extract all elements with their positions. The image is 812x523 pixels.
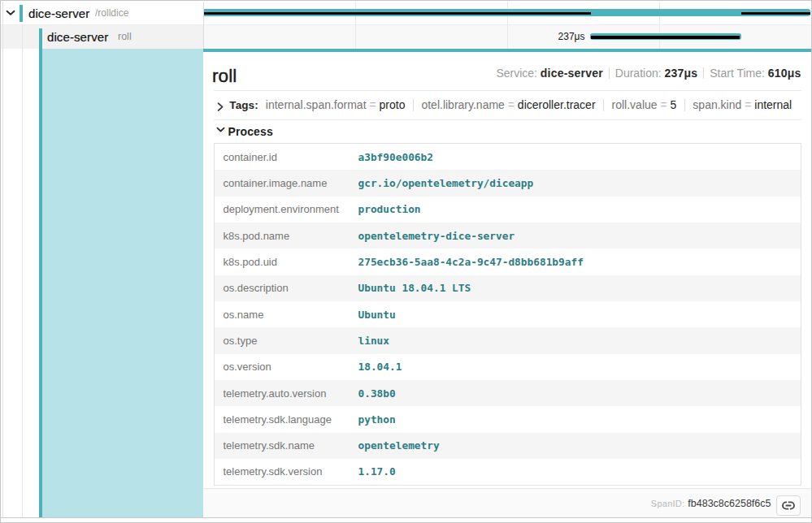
span-operation-name: /rolldice (95, 2, 128, 24)
process-accordion[interactable]: Process (214, 120, 801, 144)
span-row-roll[interactable]: dice-server roll 237μs (0, 25, 812, 48)
process-value: opentelemetry-dice-server (358, 223, 801, 249)
process-key: telemetry.auto.version (215, 380, 358, 406)
process-table-row: os.name Ubuntu (215, 301, 801, 327)
link-icon (782, 501, 795, 510)
span-duration-label: 237μs (558, 25, 585, 48)
process-key: k8s.pod.name (215, 223, 358, 249)
tag-item: roll.value = 5 (612, 98, 677, 111)
tag-equals: = (741, 98, 754, 111)
tag-value: 5 (671, 98, 677, 111)
detail-header: roll Service: dice-server Duration: 237μ… (214, 52, 801, 90)
process-key: os.version (215, 354, 358, 380)
tag-value: diceroller.tracer (518, 98, 596, 111)
process-table-row: os.version 18.04.1 (215, 354, 801, 380)
process-key: deployment.environment (215, 197, 358, 223)
span-service-name: dice-server (28, 2, 89, 24)
span-color-bar (20, 5, 23, 22)
jaeger-trace-timeline-view: dice-server /rolldice dice-server roll 2… (0, 0, 812, 523)
meta-label: Service: (496, 67, 540, 80)
copy-link-button[interactable] (776, 495, 801, 516)
tags-accordion[interactable]: Tags: internal.span.format = proto otel.… (214, 91, 801, 119)
tags-list: internal.span.format = proto otel.librar… (266, 98, 792, 111)
tag-equals: = (367, 98, 380, 111)
detail-operation-title: roll (212, 66, 237, 87)
indent-guide-root (2, 2, 3, 518)
tag-separator (603, 99, 604, 111)
meta-value: 237μs (664, 67, 697, 80)
process-key: telemetry.sdk.version (215, 459, 358, 485)
tag-value: internal (754, 98, 792, 111)
process-value: 275ecb36-5aa8-4c2a-9c47-d8bb681b9aff (358, 249, 801, 274)
tag-key: span.kind (693, 98, 741, 111)
meta-item: Duration: 237μs (615, 67, 697, 80)
tag-value: proto (380, 98, 406, 111)
process-value: 0.38b0 (358, 380, 801, 406)
tag-key: otel.library.name (421, 98, 504, 111)
tag-separator (684, 99, 685, 111)
process-key: container.image.name (215, 170, 358, 196)
process-value: python (358, 406, 801, 432)
process-key: telemetry.sdk.language (215, 406, 358, 432)
tag-separator (413, 99, 414, 111)
span-bar-rolldice[interactable] (204, 9, 810, 16)
process-value: production (358, 197, 801, 223)
process-value: opentelemetry (358, 433, 801, 459)
collapse-chevron-icon[interactable] (6, 8, 15, 18)
tag-item: span.kind = internal (693, 98, 792, 111)
tag-equals: = (505, 98, 518, 111)
process-value: linux (358, 327, 801, 353)
footer-content: SpanID: fb483c8c6258f6c5 (651, 489, 801, 517)
process-value: Ubuntu 18.04.1 LTS (358, 275, 801, 301)
process-key: k8s.pod.uid (215, 249, 358, 274)
critical-path-segment (591, 36, 740, 38)
process-table-row: os.description Ubuntu 18.04.1 LTS (215, 275, 801, 301)
process-table-row: deployment.environment production (215, 197, 801, 223)
process-table-row: k8s.pod.uid 275ecb36-5aa8-4c2a-9c47-d8bb… (215, 249, 801, 274)
meta-value: dice-server (541, 67, 603, 80)
span-row-rolldice[interactable]: dice-server /rolldice (0, 2, 812, 25)
detail-name-column-tint (42, 49, 203, 517)
tag-item: otel.library.name = diceroller.tracer (421, 98, 595, 111)
meta-label: Duration: (615, 67, 665, 80)
process-table-row: container.image.name gcr.io/opentelemetr… (215, 170, 801, 196)
span-detail-panel: roll Service: dice-server Duration: 237μ… (203, 49, 812, 517)
span-service-name: dice-server (47, 25, 108, 48)
tag-item: internal.span.format = proto (266, 98, 406, 111)
process-value: gcr.io/opentelemetry/diceapp (358, 170, 801, 196)
tag-key: internal.span.format (266, 98, 367, 111)
spanid-label: SpanID: (651, 499, 685, 508)
chevron-down-icon (216, 125, 225, 134)
process-value: 1.17.0 (358, 459, 801, 485)
span-operation-name: roll (118, 25, 132, 48)
process-key-value-table: container.id a3bf90e006b2 container.imag… (214, 143, 801, 485)
process-table-row: telemetry.sdk.name opentelemetry (215, 433, 801, 459)
process-key: os.description (215, 275, 358, 301)
process-value: 18.04.1 (358, 354, 801, 380)
process-value: a3bf90e006b2 (358, 144, 801, 170)
process-table-row: container.id a3bf90e006b2 (215, 144, 801, 170)
meta-item: Service: dice-server (496, 67, 602, 80)
span-bar-roll[interactable] (590, 33, 741, 41)
process-table-row: telemetry.sdk.version 1.17.0 (215, 459, 801, 485)
critical-path-segment (204, 12, 591, 15)
process-value: Ubuntu (358, 301, 801, 327)
meta-value: 610μs (768, 67, 801, 80)
trace-view-bottom-border (0, 517, 812, 518)
process-table-row: os.type linux (215, 327, 801, 353)
meta-item: Start Time: 610μs (710, 67, 801, 80)
tags-label: Tags: (229, 99, 258, 111)
chevron-right-icon (215, 102, 225, 112)
process-key: os.name (215, 301, 358, 327)
critical-path-segment (741, 12, 810, 15)
meta-separator (703, 67, 704, 79)
indent-guide-child (22, 25, 23, 517)
process-key: telemetry.sdk.name (215, 433, 358, 459)
process-table-row: telemetry.auto.version 0.38b0 (215, 380, 801, 406)
spanid-value: fb483c8c6258f6c5 (688, 498, 771, 509)
process-label: Process (228, 125, 273, 138)
process-key: container.id (215, 144, 358, 170)
process-table-row: k8s.pod.name opentelemetry-dice-server (215, 223, 801, 249)
meta-label: Start Time: (710, 67, 768, 80)
meta-separator (609, 67, 610, 79)
